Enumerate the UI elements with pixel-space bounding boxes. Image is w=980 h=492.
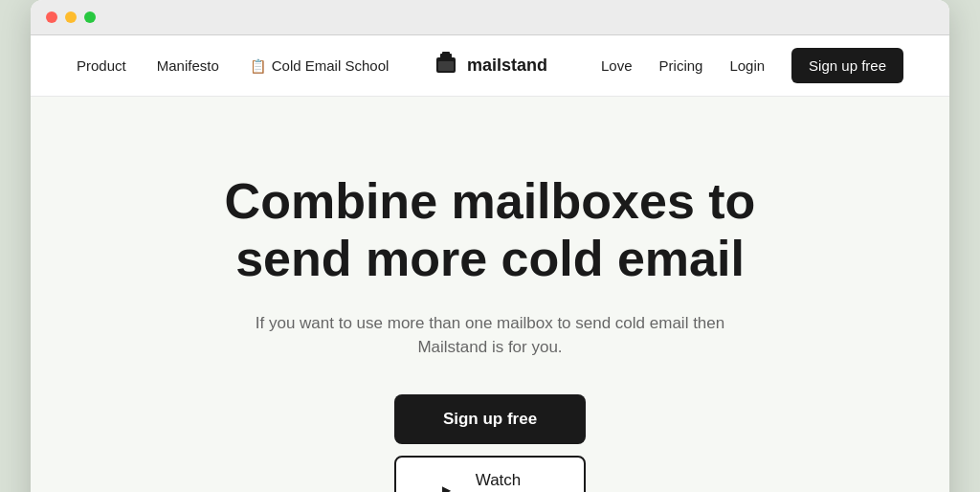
nav-login-label: Login [729, 57, 765, 74]
signup-button[interactable]: Sign up free [394, 394, 586, 444]
nav-cold-email-label: Cold Email School [272, 57, 390, 74]
play-icon: ▶ [442, 483, 451, 492]
nav-item-cold-email-school[interactable]: 📋 Cold Email School [250, 57, 390, 74]
nav-signup-button[interactable]: Sign up free [791, 48, 903, 83]
nav-item-love[interactable]: Love [601, 57, 633, 74]
svg-rect-3 [438, 61, 454, 71]
watch-demo-button[interactable]: ▶ Watch Demo [394, 456, 586, 492]
maximize-button[interactable] [84, 11, 96, 23]
close-button[interactable] [46, 11, 57, 23]
hero-section: Combine mailboxes to send more cold emai… [31, 97, 949, 492]
book-icon: 📋 [250, 58, 266, 74]
minimize-button[interactable] [65, 11, 77, 23]
logo-text: mailstand [467, 56, 547, 76]
nav-signup-label: Sign up free [809, 57, 886, 74]
logo[interactable]: mailstand [433, 52, 547, 79]
logo-icon [433, 52, 459, 79]
hero-title: Combine mailboxes to send more cold emai… [203, 173, 777, 288]
svg-rect-2 [442, 52, 450, 57]
signup-label: Sign up free [443, 410, 537, 428]
navbar: Product Manifesto 📋 Cold Email School [31, 35, 949, 97]
nav-right: Love Pricing Login Sign up free [601, 48, 903, 83]
nav-item-pricing[interactable]: Pricing [659, 57, 703, 74]
nav-left: Product Manifesto 📋 Cold Email School [77, 57, 389, 74]
browser-chrome [31, 0, 949, 35]
nav-manifesto-label: Manifesto [157, 57, 219, 74]
browser-window: Product Manifesto 📋 Cold Email School [31, 0, 949, 492]
watch-demo-label: Watch Demo [458, 471, 538, 492]
nav-item-login[interactable]: Login [729, 57, 765, 74]
page-content: Product Manifesto 📋 Cold Email School [31, 35, 949, 492]
nav-love-label: Love [601, 57, 633, 74]
nav-item-product[interactable]: Product [77, 57, 126, 74]
hero-subtitle: If you want to use more than one mailbox… [222, 311, 758, 360]
nav-pricing-label: Pricing [659, 57, 703, 74]
nav-item-manifesto[interactable]: Manifesto [157, 57, 219, 74]
hero-actions: Sign up free ▶ Watch Demo [394, 394, 586, 492]
nav-product-label: Product [77, 57, 126, 74]
